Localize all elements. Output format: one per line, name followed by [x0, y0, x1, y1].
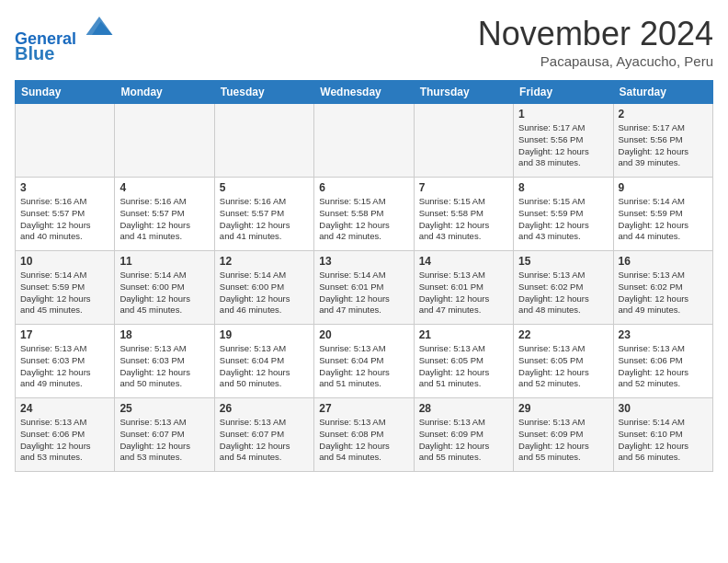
day-number: 10 — [20, 255, 109, 268]
day-info: Sunrise: 5:13 AMSunset: 6:09 PMDaylight:… — [518, 417, 608, 464]
day-number: 20 — [319, 328, 408, 341]
day-info: Sunrise: 5:13 AMSunset: 6:05 PMDaylight:… — [518, 343, 608, 390]
calendar-week-5: 24Sunrise: 5:13 AMSunset: 6:06 PMDayligh… — [16, 398, 713, 472]
day-info: Sunrise: 5:13 AMSunset: 6:06 PMDaylight:… — [619, 343, 708, 390]
day-info: Sunrise: 5:13 AMSunset: 6:02 PMDaylight:… — [518, 270, 608, 316]
day-info: Sunrise: 5:16 AMSunset: 5:57 PMDaylight:… — [119, 196, 209, 243]
day-number: 15 — [518, 255, 608, 268]
calendar-cell: 30Sunrise: 5:14 AMSunset: 6:10 PMDayligh… — [613, 398, 712, 472]
day-number: 3 — [20, 181, 109, 194]
calendar-week-2: 3Sunrise: 5:16 AMSunset: 5:57 PMDaylight… — [16, 178, 713, 251]
day-info: Sunrise: 5:13 AMSunset: 6:04 PMDaylight:… — [319, 343, 408, 390]
day-info: Sunrise: 5:14 AMSunset: 6:00 PMDaylight:… — [220, 270, 309, 316]
calendar-cell: 11Sunrise: 5:14 AMSunset: 6:00 PMDayligh… — [115, 251, 214, 325]
weekday-header-sunday: Sunday — [16, 81, 115, 104]
day-info: Sunrise: 5:15 AMSunset: 5:59 PMDaylight:… — [518, 196, 608, 243]
calendar-cell: 27Sunrise: 5:13 AMSunset: 6:08 PMDayligh… — [314, 398, 414, 472]
day-info: Sunrise: 5:14 AMSunset: 5:59 PMDaylight:… — [20, 270, 109, 316]
day-info: Sunrise: 5:13 AMSunset: 6:04 PMDaylight:… — [220, 343, 309, 390]
calendar-week-1: 1Sunrise: 5:17 AMSunset: 5:56 PMDaylight… — [16, 104, 713, 178]
day-number: 13 — [319, 255, 408, 268]
calendar-cell: 28Sunrise: 5:13 AMSunset: 6:09 PMDayligh… — [414, 398, 513, 472]
calendar-cell — [214, 104, 313, 178]
calendar-cell: 29Sunrise: 5:13 AMSunset: 6:09 PMDayligh… — [514, 398, 613, 472]
day-info: Sunrise: 5:17 AMSunset: 5:56 PMDaylight:… — [518, 122, 608, 169]
day-number: 24 — [20, 402, 109, 415]
calendar-cell: 13Sunrise: 5:14 AMSunset: 6:01 PMDayligh… — [314, 251, 414, 325]
day-info: Sunrise: 5:13 AMSunset: 6:03 PMDaylight:… — [20, 343, 109, 390]
month-title: November 2024 — [478, 15, 713, 53]
weekday-header-wednesday: Wednesday — [314, 81, 414, 104]
day-number: 14 — [419, 255, 508, 268]
day-number: 22 — [518, 328, 608, 341]
calendar-cell: 16Sunrise: 5:13 AMSunset: 6:02 PMDayligh… — [613, 251, 712, 325]
location-subtitle: Pacapausa, Ayacucho, Peru — [478, 53, 713, 69]
day-info: Sunrise: 5:16 AMSunset: 5:57 PMDaylight:… — [20, 196, 109, 243]
weekday-header-saturday: Saturday — [613, 81, 712, 104]
logo-icon — [85, 13, 114, 42]
day-info: Sunrise: 5:13 AMSunset: 6:08 PMDaylight:… — [319, 417, 408, 464]
day-info: Sunrise: 5:17 AMSunset: 5:56 PMDaylight:… — [619, 122, 708, 169]
day-info: Sunrise: 5:13 AMSunset: 6:02 PMDaylight:… — [619, 270, 708, 316]
weekday-header-friday: Friday — [514, 81, 613, 104]
day-number: 2 — [619, 108, 708, 121]
day-number: 7 — [419, 181, 508, 194]
day-info: Sunrise: 5:13 AMSunset: 6:06 PMDaylight:… — [20, 417, 109, 464]
calendar-table: SundayMondayTuesdayWednesdayThursdayFrid… — [15, 80, 713, 472]
calendar-week-3: 10Sunrise: 5:14 AMSunset: 5:59 PMDayligh… — [16, 251, 713, 325]
calendar-cell: 3Sunrise: 5:16 AMSunset: 5:57 PMDaylight… — [16, 178, 115, 251]
calendar-cell: 21Sunrise: 5:13 AMSunset: 6:05 PMDayligh… — [414, 325, 513, 398]
calendar-cell: 25Sunrise: 5:13 AMSunset: 6:07 PMDayligh… — [115, 398, 214, 472]
calendar-cell — [414, 104, 513, 178]
day-number: 6 — [319, 181, 408, 194]
day-number: 8 — [518, 181, 608, 194]
calendar-cell: 7Sunrise: 5:15 AMSunset: 5:58 PMDaylight… — [414, 178, 513, 251]
day-number: 21 — [419, 328, 508, 341]
calendar-cell: 19Sunrise: 5:13 AMSunset: 6:04 PMDayligh… — [214, 325, 313, 398]
calendar-cell: 4Sunrise: 5:16 AMSunset: 5:57 PMDaylight… — [115, 178, 214, 251]
day-number: 23 — [619, 328, 708, 341]
weekday-header-tuesday: Tuesday — [214, 81, 313, 104]
day-number: 25 — [119, 402, 209, 415]
calendar-cell: 18Sunrise: 5:13 AMSunset: 6:03 PMDayligh… — [115, 325, 214, 398]
calendar-cell: 9Sunrise: 5:14 AMSunset: 5:59 PMDaylight… — [613, 178, 712, 251]
calendar-cell: 20Sunrise: 5:13 AMSunset: 6:04 PMDayligh… — [314, 325, 414, 398]
day-number: 19 — [220, 328, 309, 341]
calendar-cell: 26Sunrise: 5:13 AMSunset: 6:07 PMDayligh… — [214, 398, 313, 472]
day-info: Sunrise: 5:13 AMSunset: 6:01 PMDaylight:… — [419, 270, 508, 316]
day-number: 27 — [319, 402, 408, 415]
calendar-cell: 15Sunrise: 5:13 AMSunset: 6:02 PMDayligh… — [514, 251, 613, 325]
day-info: Sunrise: 5:15 AMSunset: 5:58 PMDaylight:… — [319, 196, 408, 243]
day-info: Sunrise: 5:14 AMSunset: 5:59 PMDaylight:… — [619, 196, 708, 243]
day-number: 16 — [619, 255, 708, 268]
calendar-cell: 6Sunrise: 5:15 AMSunset: 5:58 PMDaylight… — [314, 178, 414, 251]
day-number: 12 — [220, 255, 309, 268]
calendar-cell — [115, 104, 214, 178]
calendar-cell: 8Sunrise: 5:15 AMSunset: 5:59 PMDaylight… — [514, 178, 613, 251]
day-info: Sunrise: 5:14 AMSunset: 6:00 PMDaylight:… — [119, 270, 209, 316]
day-info: Sunrise: 5:14 AMSunset: 6:10 PMDaylight:… — [619, 417, 708, 464]
title-block: November 2024 Pacapausa, Ayacucho, Peru — [478, 15, 713, 69]
day-info: Sunrise: 5:13 AMSunset: 6:07 PMDaylight:… — [119, 417, 209, 464]
calendar-cell: 12Sunrise: 5:14 AMSunset: 6:00 PMDayligh… — [214, 251, 313, 325]
calendar-cell: 14Sunrise: 5:13 AMSunset: 6:01 PMDayligh… — [414, 251, 513, 325]
calendar-cell: 2Sunrise: 5:17 AMSunset: 5:56 PMDaylight… — [613, 104, 712, 178]
day-info: Sunrise: 5:14 AMSunset: 6:01 PMDaylight:… — [319, 270, 408, 316]
page-header: General Blue November 2024 Pacapausa, Ay… — [15, 15, 713, 69]
day-info: Sunrise: 5:15 AMSunset: 5:58 PMDaylight:… — [419, 196, 508, 243]
calendar-cell — [314, 104, 414, 178]
logo: General Blue — [15, 15, 114, 63]
day-number: 9 — [619, 181, 708, 194]
day-info: Sunrise: 5:13 AMSunset: 6:03 PMDaylight:… — [119, 343, 209, 390]
day-number: 28 — [419, 402, 508, 415]
day-number: 18 — [119, 328, 209, 341]
calendar-cell — [16, 104, 115, 178]
weekday-header-thursday: Thursday — [414, 81, 513, 104]
calendar-cell: 23Sunrise: 5:13 AMSunset: 6:06 PMDayligh… — [613, 325, 712, 398]
day-info: Sunrise: 5:13 AMSunset: 6:05 PMDaylight:… — [419, 343, 508, 390]
calendar-cell: 24Sunrise: 5:13 AMSunset: 6:06 PMDayligh… — [16, 398, 115, 472]
day-number: 29 — [518, 402, 608, 415]
day-number: 5 — [220, 181, 309, 194]
calendar-cell: 1Sunrise: 5:17 AMSunset: 5:56 PMDaylight… — [514, 104, 613, 178]
day-number: 30 — [619, 402, 708, 415]
